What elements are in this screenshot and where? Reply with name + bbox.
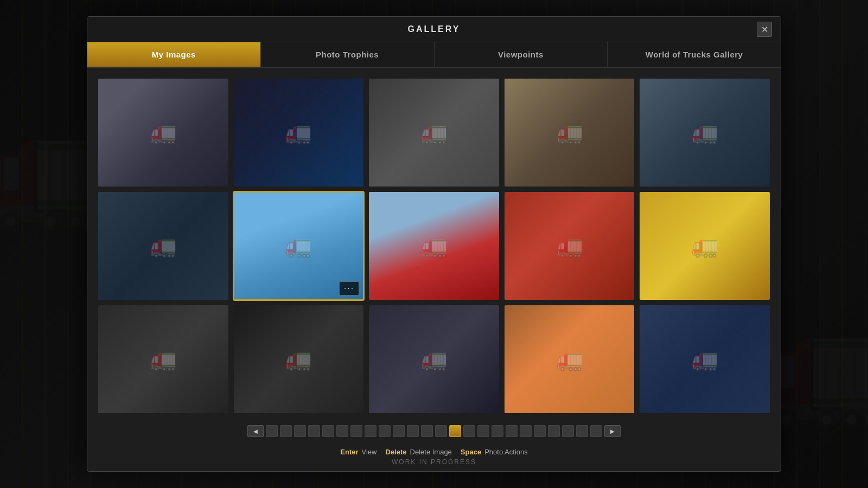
thumb-image-14 [505, 305, 635, 413]
thumb-image-2 [234, 79, 364, 187]
gallery-row-2: ··· [98, 192, 770, 300]
page-dot-23[interactable] [576, 425, 588, 437]
thumb-image-9 [505, 192, 635, 300]
tab-my-images[interactable]: My Images [87, 42, 261, 67]
thumbnail-12[interactable] [234, 305, 364, 413]
thumbnail-9[interactable] [505, 192, 635, 300]
tab-world-of-trucks[interactable]: World of Trucks Gallery [608, 42, 781, 67]
page-dot-19[interactable] [520, 425, 532, 437]
thumbnail-15[interactable] [640, 305, 770, 413]
thumbnail-3[interactable] [369, 79, 499, 187]
tabs-row: My Images Photo Trophies Viewpoints Worl… [87, 42, 781, 68]
thumb-image-5 [640, 79, 770, 187]
page-dot-7[interactable] [350, 425, 362, 437]
thumb-image-3 [369, 79, 499, 187]
shortcut-delete-label: Delete Image [410, 448, 452, 456]
pagination-bar: ◄ ► [87, 419, 781, 444]
tab-photo-trophies[interactable]: Photo Trophies [261, 42, 435, 67]
thumbnail-13[interactable] [369, 305, 499, 413]
close-button[interactable]: ✕ [757, 22, 772, 37]
thumbnail-14[interactable] [505, 305, 635, 413]
page-dot-3[interactable] [294, 425, 306, 437]
thumb-image-12 [234, 305, 364, 413]
gallery-content: ··· [87, 68, 781, 419]
thumbnail-2[interactable] [234, 79, 364, 187]
shortcut-enter: Enter View [340, 448, 376, 456]
page-dot-16[interactable] [477, 425, 489, 437]
thumbnail-11[interactable] [98, 305, 228, 413]
page-dot-20[interactable] [534, 425, 546, 437]
shortcut-enter-key: Enter [340, 448, 358, 456]
thumbnail-4[interactable] [505, 79, 635, 187]
thumb-image-4 [505, 79, 635, 187]
page-dot-9[interactable] [379, 425, 391, 437]
page-dot-13[interactable] [435, 425, 447, 437]
thumbnail-5[interactable] [640, 79, 770, 187]
page-dot-18[interactable] [506, 425, 518, 437]
page-dot-22[interactable] [562, 425, 574, 437]
shortcut-space-key: Space [461, 448, 481, 456]
page-dot-11[interactable] [407, 425, 419, 437]
page-dot-4[interactable] [308, 425, 320, 437]
thumb-actions-dots[interactable]: ··· [339, 281, 359, 296]
thumb-image-13 [369, 305, 499, 413]
thumb-image-8 [369, 192, 499, 300]
gallery-row-1 [98, 79, 770, 187]
page-dot-10[interactable] [393, 425, 405, 437]
modal-header: GALLERY ✕ [87, 17, 781, 42]
thumbnail-1[interactable] [98, 79, 228, 187]
page-dot-12[interactable] [421, 425, 433, 437]
shortcuts-bar: Enter View Delete Delete Image Space Pho… [87, 444, 781, 458]
thumb-image-6 [98, 192, 228, 300]
shortcut-delete-key: Delete [386, 448, 407, 456]
thumb-image-15 [640, 305, 770, 413]
shortcut-enter-label: View [362, 448, 377, 456]
page-dot-15[interactable] [463, 425, 475, 437]
thumbnail-7[interactable]: ··· [234, 192, 364, 300]
shortcut-delete: Delete Delete Image [386, 448, 452, 456]
modal-title: GALLERY [408, 24, 461, 34]
page-dot-2[interactable] [280, 425, 292, 437]
page-dot-8[interactable] [365, 425, 376, 437]
page-dot-5[interactable] [322, 425, 334, 437]
shortcut-space-label: Photo Actions [484, 448, 528, 456]
gallery-row-3 [98, 305, 770, 413]
thumb-image-11 [98, 305, 228, 413]
gallery-modal: GALLERY ✕ My Images Photo Trophies Viewp… [87, 16, 781, 472]
page-dot-17[interactable] [492, 425, 503, 437]
thumbnail-10[interactable] [640, 192, 770, 300]
pagination-prev[interactable]: ◄ [247, 425, 264, 437]
tab-viewpoints[interactable]: Viewpoints [435, 42, 608, 67]
page-dot-6[interactable] [336, 425, 348, 437]
shortcut-space: Space Photo Actions [461, 448, 528, 456]
thumbnail-6[interactable] [98, 192, 228, 300]
thumb-image-1 [98, 79, 228, 187]
wip-label: WORK IN PROGRESS [87, 458, 781, 471]
thumbnail-8[interactable] [369, 192, 499, 300]
pagination-next[interactable]: ► [604, 425, 621, 437]
page-dot-24[interactable] [590, 425, 602, 437]
thumb-image-10 [640, 192, 770, 300]
page-dot-1[interactable] [266, 425, 278, 437]
page-dot-21[interactable] [548, 425, 560, 437]
page-dot-14[interactable] [449, 425, 461, 437]
